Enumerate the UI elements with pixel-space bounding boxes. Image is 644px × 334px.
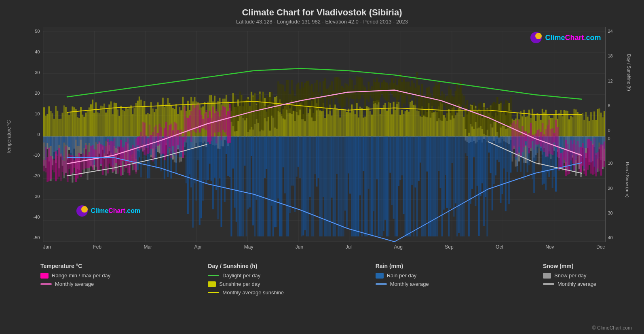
copyright: © ClimeChart.com <box>592 325 632 331</box>
y-axis-left-label: Temperature °C <box>6 120 12 154</box>
legend-temp-avg-line <box>40 283 52 285</box>
legend-daylight: Daylight per day <box>208 272 289 279</box>
legend-temperature-title: Temperature °C <box>40 263 121 269</box>
legend-snow-avg: Monthly average <box>543 281 624 287</box>
legend-rain: Rain (mm) Rain per day Monthly average <box>376 263 456 296</box>
legend-sunshine-title: Day / Sunshine (h) <box>208 263 289 269</box>
legend-snow-title: Snow (mm) <box>543 263 624 269</box>
legend-snow-avg-line <box>543 283 554 285</box>
x-axis: Jan Feb Mar Apr May Jun Jul Aug Sep Oct … <box>43 242 605 258</box>
legend-rain-avg: Monthly average <box>376 281 456 287</box>
legend-temp-avg: Monthly average <box>40 281 121 287</box>
legend-sunshine-avg-line <box>208 292 219 293</box>
legend-daylight-line <box>208 275 219 276</box>
chart-canvas-area: ClimeChart.com <box>43 27 605 242</box>
logo-bottom-left: ClimeChart.com <box>76 204 141 217</box>
logo-top-right: ClimeChart.com <box>530 31 601 44</box>
legend-sunshine-per-day: Sunshine per day <box>208 281 289 287</box>
legend-snow-swatch <box>543 273 551 279</box>
legend-snow: Snow (mm) Snow per day Monthly average <box>543 263 624 296</box>
y-axis-right-label-rain: Rain / Snow (mm) <box>625 162 630 198</box>
legend-rain-per-day: Rain per day <box>376 272 456 279</box>
legend-rain-swatch <box>376 273 384 279</box>
y-axis-right-label-sunshine: Day / Sunshine (h) <box>627 54 631 91</box>
svg-point-1 <box>81 206 88 213</box>
legend-temperature: Temperature °C Range min / max per day M… <box>40 263 121 296</box>
legend-snow-per-day: Snow per day <box>543 272 624 279</box>
y-axis-left: Temperature °C 50 40 30 20 10 0 -10 -20 … <box>15 27 43 242</box>
svg-point-3 <box>535 33 542 39</box>
legend-sunshine-swatch <box>208 281 216 287</box>
legend-rain-avg-line <box>376 283 387 285</box>
y-axis-right: 24 18 12 6 0 0 10 20 30 40 Day / Sunshin… <box>605 27 629 242</box>
legend-temp-range: Range min / max per day <box>40 272 121 279</box>
legend-area: Temperature °C Range min / max per day M… <box>8 259 636 297</box>
legend-rain-title: Rain (mm) <box>376 263 456 269</box>
legend-sunshine: Day / Sunshine (h) Daylight per day Suns… <box>208 263 289 296</box>
chart-subtitle: Latitude 43.128 - Longitude 131.982 - El… <box>8 19 636 25</box>
chart-title: Climate Chart for Vladivostok (Sibiria) <box>8 7 636 18</box>
legend-sunshine-avg: Monthly average sunshine <box>208 289 289 296</box>
legend-temp-range-swatch <box>40 273 49 279</box>
